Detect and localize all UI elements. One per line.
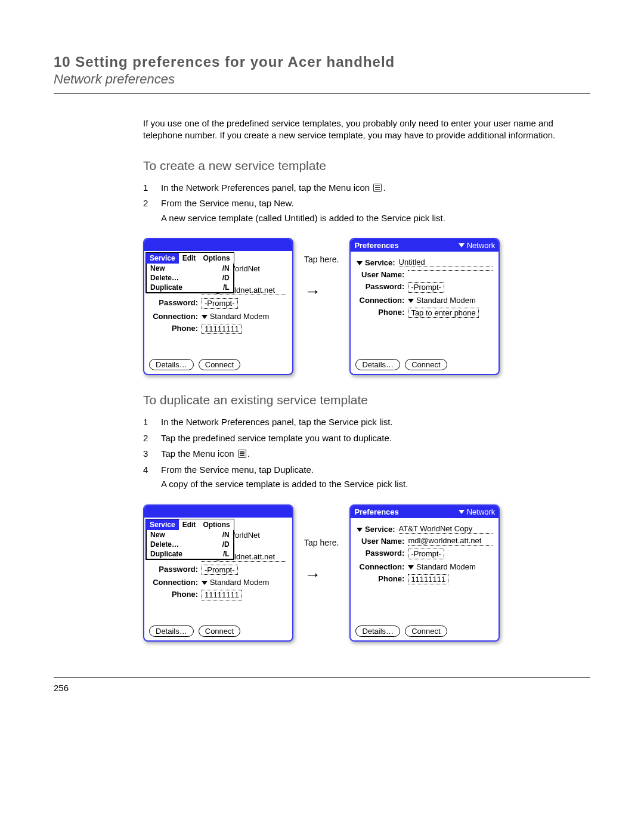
service-field[interactable]: Untitled — [399, 258, 493, 267]
connection-value[interactable]: Standard Modem — [416, 296, 476, 305]
step-followup: A copy of the service template is added … — [161, 478, 590, 491]
menu-item-new[interactable]: New /N — [147, 264, 233, 273]
menu-options[interactable]: Options — [199, 253, 233, 264]
page-number: 256 — [54, 683, 590, 693]
step-item: From the Service menu, tap Duplicate. A … — [143, 463, 590, 491]
chapter-title: 10 Setting preferences for your Acer han… — [54, 54, 590, 70]
connect-button[interactable]: Connect — [199, 625, 240, 637]
step-text: From the Service menu, tap Duplicate. — [161, 465, 314, 475]
menu-item-label: Delete… — [150, 274, 179, 282]
menu-item-label: Duplicate — [150, 550, 182, 558]
service-label: Service: — [357, 525, 398, 534]
phone-field[interactable]: 11111111 — [202, 590, 242, 600]
palm-screen-menu: WorldNet Service Edit Options New /N — [143, 238, 293, 375]
phone-field[interactable]: 11111111 — [408, 574, 448, 585]
details-button[interactable]: Details… — [355, 625, 400, 637]
password-label: Password: — [357, 282, 408, 291]
step-followup: A new service template (called Untitled)… — [161, 212, 590, 225]
chevron-down-icon[interactable] — [357, 528, 363, 532]
palm-screen-menu: WorldNet Service Edit Options New /N — [143, 504, 293, 642]
connect-button[interactable]: Connect — [405, 625, 447, 637]
menu-item-shortcut: /L — [223, 550, 230, 558]
connection-value[interactable]: Standard Modem — [416, 562, 476, 571]
palm-titlebar: Preferences Network — [351, 506, 499, 518]
menu-item-shortcut: /N — [222, 264, 230, 272]
password-field[interactable]: -Prompt- — [408, 282, 444, 293]
palm-menu-dropdown: New /N Delete… /D Duplicate /L — [146, 530, 234, 559]
menu-item-delete[interactable]: Delete… /D — [147, 540, 233, 549]
step-item: In the Network Preferences panel, tap th… — [143, 416, 590, 429]
step-text: In the Network Preferences panel, tap th… — [161, 182, 370, 193]
phone-field[interactable]: Tap to enter phone — [408, 308, 478, 318]
taphere-label: Tap here. — [304, 255, 339, 264]
chevron-down-icon[interactable] — [202, 581, 208, 585]
connection-value[interactable]: Standard Modem — [210, 578, 270, 587]
palm-title: Preferences — [354, 507, 398, 516]
menu-service[interactable]: Service — [146, 519, 179, 530]
menu-icon — [373, 184, 382, 192]
chevron-down-icon[interactable] — [408, 565, 414, 569]
menu-edit[interactable]: Edit — [179, 253, 200, 264]
phone-field[interactable]: 11111111 — [202, 324, 242, 335]
palm-category-value: Network — [467, 241, 496, 250]
palm-menu-bar[interactable]: Service Edit Options — [146, 519, 234, 530]
palm-titlebar — [144, 506, 292, 518]
palm-menu: Service Edit Options New /N Delete… / — [145, 252, 234, 293]
palm-titlebar: Preferences Network — [351, 239, 499, 252]
chevron-down-icon[interactable] — [408, 299, 414, 303]
screenshot-row-a: WorldNet Service Edit Options New /N — [143, 238, 590, 375]
chevron-down-icon[interactable] — [202, 315, 208, 319]
menu-options[interactable]: Options — [199, 519, 233, 530]
palm-menu-bar[interactable]: Service Edit Options — [146, 253, 234, 264]
service-field[interactable]: AT&T WorldNet Copy — [399, 525, 493, 534]
details-button[interactable]: Details… — [149, 359, 194, 370]
step-item: Tap the Menu icon . — [143, 447, 590, 461]
palm-category-picker[interactable]: Network — [459, 241, 496, 250]
menu-item-label: New — [150, 264, 165, 272]
password-label: Password: — [150, 565, 202, 574]
palm-category-picker[interactable]: Network — [459, 507, 496, 516]
menu-item-shortcut: /L — [223, 283, 230, 292]
details-button[interactable]: Details… — [355, 359, 400, 370]
connection-value[interactable]: Standard Modem — [210, 312, 270, 321]
password-field[interactable]: -Prompt- — [408, 549, 444, 559]
taphere-label: Tap here. — [304, 538, 339, 547]
menu-item-delete[interactable]: Delete… /D — [147, 273, 233, 283]
password-field[interactable]: -Prompt- — [202, 298, 238, 309]
palm-screen-prefs: Preferences Network Service: Untitled Us… — [349, 238, 500, 375]
connection-label: Connection: — [150, 312, 202, 321]
chevron-down-icon[interactable] — [357, 261, 363, 265]
menu-item-shortcut: /D — [222, 540, 230, 549]
details-button[interactable]: Details… — [149, 625, 194, 637]
step-item: Tap the predefined service template you … — [143, 432, 590, 445]
menu-icon — [238, 450, 246, 458]
menu-item-duplicate[interactable]: Duplicate /L — [147, 549, 233, 559]
username-field[interactable] — [408, 270, 493, 271]
connect-button[interactable]: Connect — [199, 359, 240, 370]
menu-edit[interactable]: Edit — [179, 519, 200, 530]
intro-paragraph: If you use one of the predefined service… — [143, 117, 590, 142]
service-label: Service: — [357, 258, 398, 267]
screenshot-row-b: WorldNet Service Edit Options New /N — [143, 504, 590, 642]
phone-label: Phone: — [150, 324, 202, 333]
menu-service[interactable]: Service — [146, 253, 179, 264]
palm-menu: Service Edit Options New /N Delete… / — [145, 519, 234, 560]
chevron-down-icon — [459, 243, 465, 247]
password-label: Password: — [357, 549, 408, 558]
step-item: From the Service menu, tap New. A new se… — [143, 197, 590, 225]
palm-category-value: Network — [467, 507, 496, 516]
footer-rule — [54, 677, 590, 678]
username-label: User Name: — [357, 537, 408, 546]
password-field[interactable]: -Prompt- — [202, 565, 238, 575]
steps-duplicate: In the Network Preferences panel, tap th… — [143, 416, 590, 491]
menu-item-label: New — [150, 531, 165, 539]
menu-item-duplicate[interactable]: Duplicate /L — [147, 283, 233, 292]
connect-button[interactable]: Connect — [405, 359, 447, 370]
palm-title: Preferences — [354, 241, 398, 250]
heading-duplicate-template: To duplicate an existing service templat… — [143, 393, 590, 407]
menu-item-new[interactable]: New /N — [147, 530, 233, 540]
palm-titlebar — [144, 239, 292, 251]
username-field[interactable]: mdl@worldnet.att.net — [408, 537, 493, 546]
menu-item-label: Duplicate — [150, 283, 182, 292]
palm-screen-prefs: Preferences Network Service: AT&T WorldN… — [349, 504, 500, 642]
